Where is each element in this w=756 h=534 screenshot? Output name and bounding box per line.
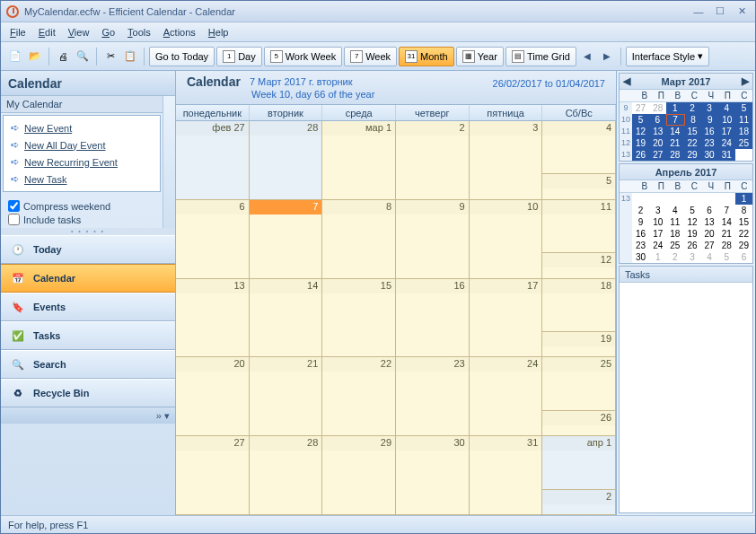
mini-day[interactable]: 18 bbox=[666, 228, 683, 240]
calendar-cell[interactable]: 16 bbox=[396, 279, 470, 357]
mini-day[interactable]: 26 bbox=[683, 240, 700, 251]
go-to-today-button[interactable]: Go to Today bbox=[149, 47, 215, 66]
link-new-event[interactable]: ➪New Event bbox=[4, 119, 160, 136]
mini-day[interactable]: 10 bbox=[718, 114, 735, 126]
mini-day[interactable]: 14 bbox=[718, 216, 735, 228]
calendar-cell[interactable]: 2526 bbox=[542, 357, 616, 435]
calendar-cell[interactable]: 45 bbox=[542, 121, 616, 199]
nav-tasks[interactable]: ✅Tasks bbox=[1, 321, 175, 350]
mini-day[interactable]: 1 bbox=[666, 102, 683, 114]
mini-day[interactable]: 28 bbox=[666, 149, 683, 161]
minimize-button[interactable]: — bbox=[690, 4, 707, 19]
calendar-cell[interactable]: 6 bbox=[176, 200, 250, 278]
calendar-cell[interactable]: 2 bbox=[396, 121, 470, 199]
calendar-cell[interactable]: фев 27 bbox=[176, 121, 250, 199]
calendar-cell[interactable]: 27 bbox=[176, 436, 250, 514]
mini-day[interactable]: 9 bbox=[701, 114, 718, 126]
link-new-allday[interactable]: ➪New All Day Event bbox=[4, 136, 160, 153]
calendar-cell[interactable]: апр 12 bbox=[542, 436, 616, 514]
menu-file[interactable]: File bbox=[10, 27, 26, 38]
mini-day[interactable]: 13 bbox=[701, 216, 718, 228]
calendar-cell[interactable]: 21 bbox=[250, 357, 323, 435]
mini-day[interactable]: 15 bbox=[735, 216, 752, 228]
mini-day[interactable]: 22 bbox=[683, 137, 700, 149]
mini-day[interactable]: 28 bbox=[649, 102, 666, 114]
menu-tools[interactable]: Tools bbox=[127, 27, 151, 38]
mini-day[interactable] bbox=[683, 193, 700, 205]
mini-day[interactable]: 26 bbox=[632, 149, 649, 161]
menu-go[interactable]: Go bbox=[101, 27, 115, 38]
mini-day[interactable]: 10 bbox=[649, 216, 666, 228]
mini-day[interactable]: 22 bbox=[735, 228, 752, 240]
mini-day[interactable]: 1 bbox=[735, 193, 752, 205]
mini-day[interactable]: 8 bbox=[735, 205, 752, 216]
mini-day[interactable]: 19 bbox=[683, 228, 700, 240]
nav-prev-button[interactable]: ◀ bbox=[578, 48, 596, 66]
calendar-cell[interactable]: мар 1 bbox=[322, 121, 396, 199]
mini-day[interactable]: 19 bbox=[632, 137, 649, 149]
mini-day[interactable] bbox=[649, 193, 666, 205]
mini-day[interactable] bbox=[735, 149, 752, 161]
mini-day[interactable]: 23 bbox=[701, 137, 718, 149]
nav-recycle[interactable]: ♻Recycle Bin bbox=[1, 379, 175, 407]
mini-day[interactable]: 1 bbox=[649, 251, 666, 263]
mini-day[interactable]: 6 bbox=[701, 205, 718, 216]
mini-day[interactable]: 5 bbox=[683, 205, 700, 216]
mini-day[interactable]: 13 bbox=[649, 126, 666, 137]
nav-events[interactable]: 🔖Events bbox=[1, 293, 175, 321]
menu-actions[interactable]: Actions bbox=[163, 27, 196, 38]
mini-day[interactable]: 5 bbox=[632, 114, 649, 126]
mini-day[interactable]: 25 bbox=[666, 240, 683, 251]
calendar-cell[interactable]: 13 bbox=[176, 279, 250, 357]
calendar-cell[interactable]: 17 bbox=[470, 279, 543, 357]
mini-day[interactable]: 28 bbox=[718, 240, 735, 251]
mini-day[interactable]: 24 bbox=[649, 240, 666, 251]
calendar-cell[interactable]: 15 bbox=[322, 279, 396, 357]
mini-day[interactable] bbox=[701, 193, 718, 205]
mini-day[interactable]: 4 bbox=[666, 205, 683, 216]
mini-day[interactable]: 4 bbox=[718, 102, 735, 114]
mini-day[interactable]: 21 bbox=[718, 228, 735, 240]
calendar-cell[interactable]: 28 bbox=[250, 121, 323, 199]
mini-day[interactable]: 12 bbox=[683, 216, 700, 228]
mini-day[interactable]: 18 bbox=[735, 126, 752, 137]
mini-day[interactable]: 7 bbox=[718, 205, 735, 216]
cut-icon[interactable]: ✂ bbox=[101, 48, 119, 66]
menu-view[interactable]: View bbox=[68, 27, 90, 38]
view-year-button[interactable]: ▦Year bbox=[456, 47, 504, 66]
mini-day[interactable]: 21 bbox=[666, 137, 683, 149]
calendar-cell[interactable]: 30 bbox=[396, 436, 470, 514]
mini-day[interactable]: 16 bbox=[701, 126, 718, 137]
calendar-cell[interactable]: 14 bbox=[250, 279, 323, 357]
mini-day[interactable]: 2 bbox=[683, 102, 700, 114]
mini-day[interactable]: 24 bbox=[718, 137, 735, 149]
mini-next-button[interactable]: ▶ bbox=[742, 75, 749, 87]
mini-day[interactable]: 25 bbox=[735, 137, 752, 149]
calendar-cell[interactable]: 20 bbox=[176, 357, 250, 435]
sidebar-scrollbar[interactable] bbox=[163, 96, 175, 228]
close-button[interactable]: ✕ bbox=[734, 4, 750, 19]
mini-day[interactable]: 12 bbox=[632, 126, 649, 137]
mini-day[interactable]: 11 bbox=[666, 216, 683, 228]
check-include[interactable]: Include tasks bbox=[8, 213, 155, 226]
calendar-cell[interactable]: 8 bbox=[322, 200, 396, 278]
mini-day[interactable]: 5 bbox=[735, 102, 752, 114]
nav-calendar[interactable]: 📅Calendar bbox=[1, 264, 175, 293]
link-new-task[interactable]: ➪New Task bbox=[4, 171, 160, 188]
open-icon[interactable]: 📂 bbox=[26, 48, 44, 66]
mini-day[interactable]: 31 bbox=[718, 149, 735, 161]
mini-day[interactable] bbox=[666, 193, 683, 205]
mini-day[interactable]: 3 bbox=[649, 205, 666, 216]
copy-icon[interactable]: 📋 bbox=[121, 48, 139, 66]
print-icon[interactable]: 🖨 bbox=[54, 48, 72, 66]
mini-day[interactable]: 27 bbox=[649, 149, 666, 161]
mini-day[interactable] bbox=[718, 193, 735, 205]
mini-day[interactable]: 11 bbox=[735, 114, 752, 126]
sidebar-subtitle[interactable]: My Calendar bbox=[1, 96, 163, 113]
view-day-button[interactable]: 1Day bbox=[216, 47, 262, 66]
mini-day[interactable]: 20 bbox=[649, 137, 666, 149]
calendar-cell[interactable]: 10 bbox=[470, 200, 543, 278]
calendar-cell[interactable]: 31 bbox=[470, 436, 543, 514]
mini-day[interactable]: 15 bbox=[683, 126, 700, 137]
mini-day[interactable]: 20 bbox=[701, 228, 718, 240]
